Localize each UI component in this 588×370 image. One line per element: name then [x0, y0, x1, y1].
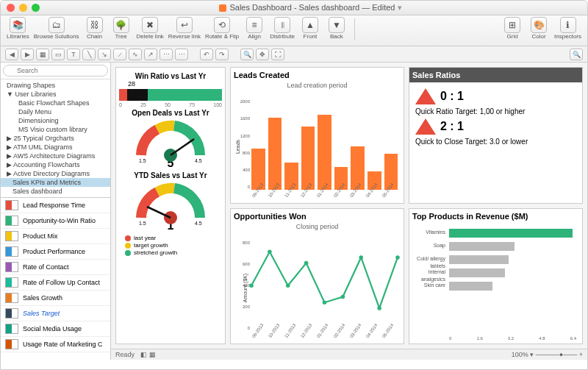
- library-item[interactable]: Product Performance: [1, 244, 110, 260]
- tool-arrow[interactable]: ↗: [144, 49, 157, 60]
- tree-item[interactable]: Dimensioning: [1, 116, 110, 125]
- sub-toolbar: ◀ ▶ ▦ ▭ T ╲ ↘ ⟋ ∿ ↗ ⋯ ⋯ ↶ ↷ 🔍 ✥ ⛶ 🔍: [1, 46, 587, 63]
- toolbar-grid[interactable]: ⊞Grid: [501, 17, 523, 40]
- tree-item[interactable]: ▼ User Libraries: [1, 90, 110, 99]
- leads-chart: Leads 0400800120016002000 09-201310-2013…: [234, 89, 401, 200]
- toolbar-libraries[interactable]: 📚Libraries: [7, 17, 29, 40]
- products-chart: VitaminsSoapCold/ allergy tabletsInterna…: [412, 223, 579, 341]
- toolbar-distribute[interactable]: ⫴Distribute: [270, 17, 295, 40]
- chart-subtitle: Lead creation period: [234, 82, 401, 89]
- tree-item[interactable]: ▶ Accounting Flowcharts: [1, 160, 110, 169]
- svg-point-8: [249, 283, 254, 288]
- svg-point-12: [323, 300, 327, 305]
- warning-icon: [415, 88, 436, 104]
- svg-point-15: [377, 306, 381, 310]
- chart-title: YTD Sales vs Last Yr: [119, 171, 222, 179]
- tool-arc[interactable]: ⟋: [113, 49, 126, 60]
- chart-title: Win Ratio vs Last Yr: [119, 72, 222, 80]
- toolbar-tree[interactable]: 🌳Tree: [110, 17, 132, 40]
- shape-library: Lead Response TimeOpportunity-to-Win Rat…: [1, 197, 110, 360]
- chart-subtitle: Closing period: [234, 223, 401, 230]
- tool-select[interactable]: ▦: [36, 49, 49, 60]
- status-bar: Ready ◧ ▦ 100% ▾ ─────●─── +: [111, 349, 587, 360]
- chart-title: Leads Created: [234, 71, 401, 79]
- library-item[interactable]: Rate of Contact: [1, 260, 110, 275]
- tree-item[interactable]: MS Visio custom library: [1, 125, 110, 134]
- sidebar: Drawing Shapes▼ User LibrariesBasic Flow…: [1, 63, 111, 360]
- panel-opportunities-won: Opportunities Won Closing period Amount …: [230, 208, 404, 345]
- toolbar-back[interactable]: ▼Back: [326, 17, 348, 40]
- tool-spline[interactable]: ∿: [129, 49, 142, 60]
- fit-tool[interactable]: ⛶: [271, 49, 284, 60]
- warning-icon: [415, 118, 436, 135]
- hand-tool[interactable]: ✥: [256, 49, 269, 60]
- canvas[interactable]: Win Ratio vs Last Yr 28 0255075100 Open …: [111, 63, 587, 360]
- nav-back-button[interactable]: ◀: [5, 49, 18, 60]
- library-item[interactable]: Usage Rate of Marketing C: [1, 337, 110, 352]
- tree-item[interactable]: Sales KPIs and Metrics: [1, 178, 110, 187]
- tree-item[interactable]: ▶ AWS Architecture Diagrams: [1, 152, 110, 160]
- zoom-tool[interactable]: 🔍: [240, 49, 254, 60]
- zoom-window[interactable]: [32, 4, 40, 12]
- search-input[interactable]: [3, 65, 108, 77]
- chart-title: Sales Ratios: [409, 68, 582, 82]
- library-item[interactable]: Rate of Follow Up Contact: [1, 275, 110, 291]
- tree-item[interactable]: Sales dashboard: [1, 187, 110, 196]
- window-title: Sales Dashboard - Sales dashboard — Edit…: [40, 3, 581, 13]
- svg-text:4.5: 4.5: [195, 158, 202, 163]
- svg-line-1: [171, 139, 194, 155]
- toolbar-chain[interactable]: ⛓Chain: [84, 17, 106, 40]
- toolbar-color[interactable]: 🎨Color: [528, 17, 550, 40]
- tree-item[interactable]: Drawing Shapes: [1, 81, 110, 90]
- toolbar-rotate-flip[interactable]: ⟲Rotate & Flip: [205, 17, 239, 40]
- panel-gauges: Win Ratio vs Last Yr 28 0255075100 Open …: [115, 67, 226, 344]
- library-item[interactable]: Sales Target: [1, 306, 110, 321]
- redo-button[interactable]: ↷: [215, 49, 229, 60]
- library-tree: Drawing Shapes▼ User LibrariesBasic Flow…: [1, 79, 110, 197]
- chart-title: Top Products in Revenue ($M): [412, 212, 579, 221]
- tool-connector[interactable]: ↘: [98, 49, 111, 60]
- minimize-window[interactable]: [19, 4, 27, 12]
- tool-more2[interactable]: ⋯: [175, 49, 188, 60]
- svg-text:4.5: 4.5: [195, 221, 202, 226]
- tree-item[interactable]: Daily Menu: [1, 107, 110, 116]
- win-ratio-bar: [119, 89, 222, 101]
- close-window[interactable]: [7, 4, 15, 12]
- toolbar-reverse-link[interactable]: ↩Reverse link: [168, 17, 201, 40]
- doc-icon: [219, 4, 226, 12]
- library-item[interactable]: Social Media Usage: [1, 321, 110, 337]
- library-item[interactable]: Opportunity-to-Win Ratio: [1, 213, 110, 229]
- tree-item[interactable]: ▶ 25 Typical Orgcharts: [1, 134, 110, 143]
- nav-fwd-button[interactable]: ▶: [21, 49, 34, 60]
- tree-item[interactable]: ▶ ATM UML Diagrams: [1, 143, 110, 152]
- toolbar-browse-solutions[interactable]: 🗂Browse Solutions: [34, 17, 79, 40]
- svg-point-16: [395, 255, 400, 260]
- tree-item[interactable]: Basic Flowchart Shapes: [1, 99, 110, 107]
- toolbar-delete-link[interactable]: ✖Delete link: [137, 17, 164, 40]
- panel-sales-ratios: Sales Ratios 0 : 1Quick Ratio Target: 1,…: [409, 67, 583, 204]
- tool-text[interactable]: T: [67, 49, 80, 60]
- panel-top-products: Top Products in Revenue ($M) VitaminsSoa…: [409, 208, 583, 345]
- library-item[interactable]: Lead Response Time: [1, 198, 110, 213]
- win-ratio-value: 28: [119, 80, 222, 88]
- tree-item[interactable]: ▶ Active Directory Diagrams: [1, 169, 110, 178]
- toolbar-inspectors[interactable]: ℹInspectors: [554, 17, 581, 40]
- toolbar-front[interactable]: ▲Front: [299, 17, 321, 40]
- opps-chart: Amount ($K) 0200400600800 09-201310-2013…: [234, 230, 401, 341]
- svg-text:1.5: 1.5: [139, 158, 146, 163]
- gauge-open-deals: 1.54.5: [134, 118, 207, 163]
- search-tool[interactable]: 🔍: [570, 49, 583, 60]
- library-item[interactable]: Product Mix: [1, 229, 110, 244]
- tool-line[interactable]: ╲: [82, 49, 96, 60]
- svg-text:1.5: 1.5: [139, 221, 146, 226]
- library-item[interactable]: Sales Growth: [1, 291, 110, 306]
- panel-leads-created: Leads Created Lead creation period Leads…: [230, 67, 404, 204]
- main-toolbar: 📚Libraries🗂Browse Solutions⛓Chain🌳Tree✖D…: [1, 15, 587, 46]
- tool-page[interactable]: ▭: [51, 49, 65, 60]
- undo-button[interactable]: ↶: [200, 49, 213, 60]
- chart-title: Opportunities Won: [234, 212, 401, 221]
- zoom-value[interactable]: 100%: [512, 351, 528, 358]
- svg-point-11: [304, 260, 309, 265]
- tool-more1[interactable]: ⋯: [159, 49, 173, 60]
- toolbar-align[interactable]: ≡Align: [243, 17, 265, 40]
